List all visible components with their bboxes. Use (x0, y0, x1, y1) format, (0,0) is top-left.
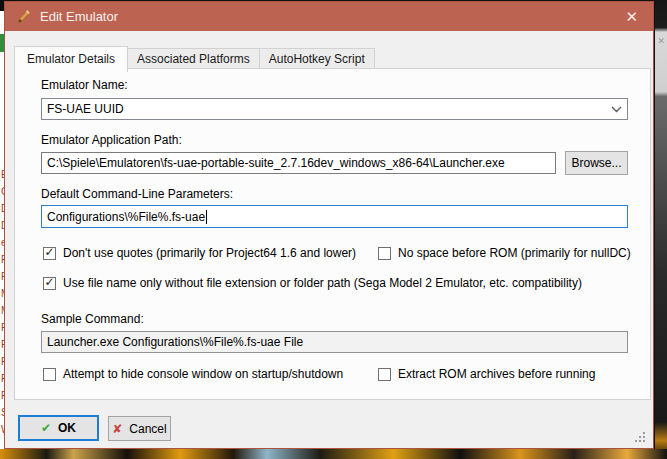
checkbox-box[interactable]: ✓ (43, 277, 56, 290)
text-cursor (206, 210, 207, 224)
checkbox-box[interactable]: ✓ (43, 247, 56, 260)
checkbox-dont-use-quotes[interactable]: ✓ Don't use quotes (primarily for Projec… (43, 246, 356, 260)
checkmark-icon: ✓ (44, 277, 54, 288)
checkbox-label: Don't use quotes (primarily for Project6… (63, 246, 356, 260)
sample-command-label: Sample Command: (41, 312, 144, 326)
sample-command-field: Launcher.exe Configurations\%File%.fs-ua… (41, 331, 628, 353)
cmdline-input[interactable]: Configurations\%File%.fs-uae (41, 205, 628, 228)
sample-command-value: Launcher.exe Configurations\%File%.fs-ua… (47, 335, 303, 349)
cancel-button[interactable]: ✘ Cancel (108, 416, 171, 441)
emulator-name-value: FS-UAE UUID (47, 102, 124, 116)
emulator-name-combobox[interactable]: FS-UAE UUID (41, 98, 628, 120)
browse-button[interactable]: Browse... (565, 151, 628, 175)
checkbox-label: Attempt to hide console window on startu… (63, 367, 343, 381)
edit-emulator-dialog: Edit Emulator ✕ Emulator Details Associa… (4, 1, 654, 449)
checkbox-hide-console[interactable]: Attempt to hide console window on startu… (43, 367, 343, 381)
checkbox-box[interactable] (378, 247, 391, 260)
chevron-down-icon[interactable] (611, 106, 622, 113)
app-path-value: C:\Spiele\Emulatoren\fs-uae-portable-sui… (47, 156, 505, 170)
screen: E C D D e F F M M P P P P R S W ✕ Edit E… (0, 0, 667, 459)
browse-button-label: Browse... (572, 156, 622, 170)
app-path-input[interactable]: C:\Spiele\Emulatoren\fs-uae-portable-sui… (41, 152, 556, 174)
background-close-icon: ✕ (657, 36, 665, 46)
cmdline-value: Configurations\%File%.fs-uae (47, 210, 205, 224)
tab-page-emulator-details: Emulator Name: FS-UAE UUID Emulator Appl… (14, 68, 651, 400)
pencil-icon (15, 9, 31, 25)
cancel-x-icon: ✘ (112, 422, 122, 436)
checkbox-no-space-before-rom[interactable]: No space before ROM (primarily for nullD… (378, 246, 631, 260)
window-title: Edit Emulator (40, 9, 118, 24)
tab-emulator-details[interactable]: Emulator Details (14, 46, 128, 72)
close-icon[interactable]: ✕ (620, 7, 643, 27)
cmdline-label: Default Command-Line Parameters: (41, 187, 233, 201)
checkmark-icon: ✓ (44, 247, 54, 258)
cancel-button-label: Cancel (129, 422, 166, 436)
background-app-right-sliver: ✕ (655, 0, 667, 459)
ok-button-label: OK (58, 421, 76, 435)
checkbox-label: Use file name only without file extensio… (63, 276, 582, 290)
checkbox-filename-only[interactable]: ✓ Use file name only without file extens… (43, 276, 582, 290)
background-thumbnails-strip (0, 449, 667, 459)
resize-grip-icon[interactable] (635, 432, 646, 443)
checkbox-label: No space before ROM (primarily for nullD… (398, 246, 631, 260)
ok-button[interactable]: ✔ OK (18, 415, 99, 441)
checkbox-extract-rom-archives[interactable]: Extract ROM archives before running (378, 367, 595, 381)
ok-check-icon: ✔ (41, 421, 51, 435)
checkbox-box[interactable] (43, 368, 56, 381)
checkbox-box[interactable] (378, 368, 391, 381)
emulator-name-label: Emulator Name: (41, 78, 128, 92)
checkbox-label: Extract ROM archives before running (398, 367, 595, 381)
titlebar[interactable]: Edit Emulator ✕ (5, 2, 653, 31)
app-path-label: Emulator Application Path: (41, 133, 182, 147)
